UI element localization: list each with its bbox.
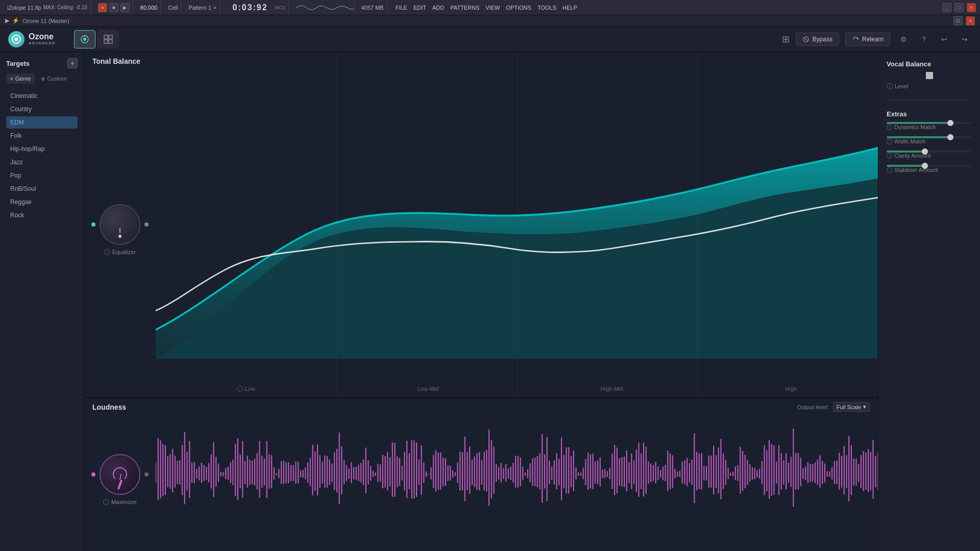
- module-overview-icon[interactable]: ⊞: [782, 34, 790, 45]
- genre-item-hip-hop-rap[interactable]: Hip-hop/Rap: [6, 143, 78, 155]
- vocal-balance-section: Vocal Balance i Level: [887, 60, 972, 89]
- targets-header: Targets +: [6, 58, 78, 68]
- undo-icon[interactable]: ↩: [937, 32, 951, 46]
- ozone-logo: Ozone ADVANCED: [8, 31, 56, 47]
- menu-add[interactable]: ADD: [432, 5, 444, 11]
- extras-sliders: i Dynamics Match i Width Match i Clarity…: [887, 122, 972, 173]
- loudness-title: Loudness: [92, 403, 126, 411]
- bypass-button[interactable]: Bypass: [796, 33, 839, 46]
- maximizer-knob[interactable]: [100, 454, 140, 495]
- maximizer-knob-label: i Maximizer: [103, 499, 137, 505]
- slider-info-icon-3[interactable]: i: [887, 167, 892, 173]
- maximizer-info-icon[interactable]: i: [103, 499, 109, 505]
- plugin-container: Ozone ADVANCED ⊞: [0, 27, 980, 551]
- grid-line-1: [336, 52, 337, 397]
- ozone-logo-icon: [8, 31, 24, 47]
- svg-line-14: [120, 474, 121, 480]
- memory-section: 4057 MB: [358, 0, 387, 15]
- output-level-label: Output level:: [797, 404, 829, 410]
- menu-help[interactable]: HELP: [562, 5, 577, 11]
- header-tabs: [74, 30, 119, 48]
- output-level-select[interactable]: Full Scale ▾: [833, 402, 870, 412]
- stop-btn[interactable]: ■: [109, 3, 118, 12]
- tab-visualizer[interactable]: [74, 30, 95, 48]
- eq-knob-area: i Equalizer: [84, 52, 156, 397]
- targets-title: Targets: [6, 60, 30, 67]
- genre-item-cinematic[interactable]: Cinematic: [6, 90, 78, 102]
- loudness-controls: Output level: Full Scale ▾: [797, 402, 870, 412]
- slider-track-0[interactable]: [887, 122, 972, 124]
- slider-row-1: i Width Match: [887, 136, 972, 144]
- settings-icon[interactable]: ⚙: [896, 32, 911, 46]
- slider-row-0: i Dynamics Match: [887, 122, 972, 130]
- window-controls: _ □ ✕: [942, 3, 976, 12]
- genre-item-country[interactable]: Country: [6, 103, 78, 115]
- slider-track-3[interactable]: [887, 165, 972, 167]
- maximize-btn[interactable]: □: [954, 3, 964, 12]
- daw-ceiling: MAX: Ceiling: -0.10: [43, 5, 87, 10]
- slider-info-icon-0[interactable]: i: [887, 124, 892, 130]
- tab-genre[interactable]: ≡ Genre: [6, 73, 35, 84]
- slider-info-icon-1[interactable]: i: [887, 139, 892, 144]
- slider-track-2[interactable]: [887, 151, 972, 153]
- vocal-level-indicator: [887, 72, 972, 79]
- max-knob-dot-left: [91, 472, 95, 477]
- record-btn[interactable]: ●: [98, 3, 107, 12]
- plugin-close-btn[interactable]: ✕: [966, 16, 975, 26]
- eq-knob[interactable]: [100, 204, 140, 245]
- genre-item-pop[interactable]: Pop: [6, 169, 78, 182]
- slider-track-1[interactable]: [887, 136, 972, 138]
- menu-edit[interactable]: EDIT: [413, 5, 426, 11]
- loudness-waveform-svg: [156, 398, 878, 551]
- bpm-value[interactable]: 80.000: [140, 5, 158, 11]
- plugin-detach-btn[interactable]: ⊡: [953, 16, 963, 26]
- collapse-icon[interactable]: ▶: [5, 17, 9, 24]
- maximizer-knob-container: [100, 454, 140, 495]
- redo-icon[interactable]: ↪: [958, 32, 972, 46]
- target-type-tabs: ≡ Genre ⊕ Custom: [6, 73, 78, 84]
- play-btn[interactable]: ▶: [120, 3, 130, 12]
- pattern-add[interactable]: +: [213, 5, 216, 11]
- genre-item-edm[interactable]: EDM: [6, 116, 78, 129]
- menu-file[interactable]: FILE: [396, 5, 407, 11]
- time-display: 0:03:92: [228, 3, 273, 12]
- svg-marker-11: [857, 38, 859, 40]
- svg-rect-6: [109, 35, 112, 39]
- tab-custom[interactable]: ⊕ Custom: [37, 73, 70, 84]
- slider-info-icon-2[interactable]: i: [887, 153, 892, 159]
- tonal-chart: i Low Low-Mid High-Mid High: [156, 52, 878, 397]
- slider-label-1: i Width Match: [887, 138, 972, 144]
- genre-item-rock[interactable]: Rock: [6, 209, 78, 221]
- genre-item-reggae[interactable]: Reggae: [6, 196, 78, 208]
- time-section: 0:03:92 MCS: [225, 0, 289, 15]
- eq-info-icon[interactable]: i: [104, 249, 110, 255]
- help-icon[interactable]: ?: [917, 32, 931, 46]
- minimize-btn[interactable]: _: [942, 3, 951, 12]
- loudness-section: Loudness Output level: Full Scale ▾: [84, 398, 878, 551]
- bypass-icon: [802, 36, 810, 43]
- menu-view[interactable]: VIEW: [485, 5, 500, 11]
- knob-dot-right: [144, 222, 149, 227]
- genre-item-rnb-soul[interactable]: RnB/Soul: [6, 183, 78, 195]
- add-target-button[interactable]: +: [67, 58, 78, 68]
- genre-item-folk[interactable]: Folk: [6, 130, 78, 142]
- menu-options[interactable]: OPTIONS: [506, 5, 531, 11]
- close-btn[interactable]: ✕: [967, 3, 976, 12]
- menu-patterns[interactable]: PATTERNS: [450, 5, 479, 11]
- level-info-icon[interactable]: i: [887, 83, 893, 89]
- extras-title: Extras: [887, 110, 972, 118]
- tab-modules[interactable]: [97, 30, 119, 48]
- daw-title-section: iZotope 11.flp MAX: Ceiling: -0.10: [4, 0, 91, 15]
- freq-info-low[interactable]: i: [237, 386, 243, 392]
- genre-icon: ≡: [10, 76, 13, 82]
- svg-line-10: [804, 38, 807, 41]
- genre-item-jazz[interactable]: Jazz: [6, 156, 78, 168]
- menu-tools[interactable]: TOOLS: [537, 5, 556, 11]
- bpm-section: 80.000: [137, 0, 161, 15]
- daw-toolbar: iZotope 11.flp MAX: Ceiling: -0.10 ● ■ ▶…: [0, 0, 980, 15]
- panel-divider: [887, 99, 972, 100]
- cell-section: Cell: [165, 0, 181, 15]
- relearn-button[interactable]: Relearn: [845, 33, 890, 46]
- eq-knob-container: [100, 204, 140, 245]
- header-right: ⊞ Bypass Relearn ⚙ ? ↩ ↪: [782, 32, 972, 46]
